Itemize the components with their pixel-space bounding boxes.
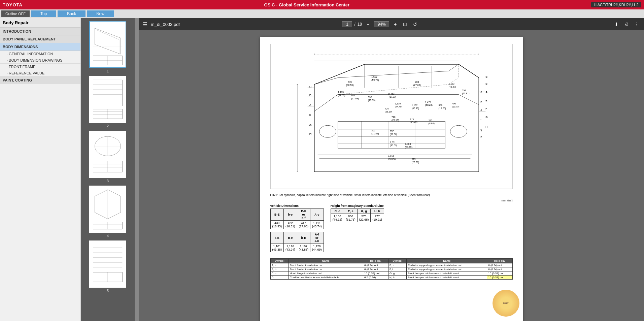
thumb-label-2: 2 xyxy=(107,124,109,128)
sidebar: Body Repair INTRODUCTION BODY PANEL REPL… xyxy=(0,18,81,321)
dim-225-in: (8.86) xyxy=(428,122,434,125)
thumb-image-4[interactable] xyxy=(89,186,126,233)
pdf-toolbar: ☰ m_di_0003.pdf 1 / 18 − + ⊡ ↺ ⬇ 🖨 ⋮ xyxy=(139,18,644,30)
thumb-label-4: 4 xyxy=(107,234,109,238)
col-symbol-2: Symbol xyxy=(388,258,407,263)
page-input[interactable]: 1 xyxy=(342,21,352,27)
point-A: A xyxy=(485,91,487,94)
sidebar-item-general-info[interactable]: · GENERAL INFORMATION xyxy=(0,51,80,57)
label-A: A xyxy=(309,103,311,107)
dim-1517: 1,517 xyxy=(371,76,377,78)
col-name-2: Name xyxy=(407,258,487,263)
thumbnail-1[interactable]: 1 xyxy=(89,21,126,73)
dim-1183-in: (46.57) xyxy=(448,86,456,88)
sidebar-section-body-panel[interactable]: BODY PANEL REPLACEMENT xyxy=(0,35,80,43)
dim-453-in: (17.83) xyxy=(389,96,396,98)
dim-396: 396 xyxy=(368,96,372,98)
dim-554: 554 xyxy=(462,89,466,92)
dim-396-in: (15.59) xyxy=(368,99,375,102)
new-button[interactable]: New xyxy=(87,10,114,17)
dim-1016: 1,016 xyxy=(388,155,394,157)
back-button[interactable]: Back xyxy=(58,10,86,17)
dim-386-in: (15.20) xyxy=(438,107,446,110)
gsic-title: GSIC - Global Service Information Center xyxy=(27,2,587,7)
fit-page-button[interactable]: ⊡ xyxy=(402,21,408,28)
thumb-image-2[interactable] xyxy=(89,76,126,123)
pdf-area: 1 2 xyxy=(81,18,644,321)
toyota-logo: TOYOTA xyxy=(3,2,23,7)
hint-text: HINT: For symbols, capital letters indic… xyxy=(270,193,513,197)
thumbnail-4[interactable]: 4 xyxy=(89,186,126,238)
point-C: C xyxy=(485,75,487,78)
thumbnail-panel: 1 2 xyxy=(81,18,135,321)
hamburger-icon[interactable]: ☰ xyxy=(143,21,147,28)
dim-1130-in: (44.49) xyxy=(395,105,402,108)
thumb-image-1[interactable] xyxy=(89,21,126,68)
sidebar-item-reference-value[interactable]: · REFERENCE VALUE xyxy=(0,70,80,76)
dim-453: D 453 xyxy=(388,93,395,95)
label-c-right: c xyxy=(480,90,482,94)
dim-1192-in: (46.93) xyxy=(411,107,419,110)
table-row: C, c Hood hinge installation nut 10 (0.3… xyxy=(270,271,512,275)
vehicle-dimensions-table-2: a-E B-e b-E A-fora-F 1,101(43.35) 1,116(… xyxy=(270,232,324,252)
thumb-image-5[interactable] xyxy=(89,240,126,288)
top-button[interactable]: Top xyxy=(31,10,56,17)
download-button[interactable]: ⬇ xyxy=(613,21,620,28)
unit-text: mm (in.) xyxy=(270,199,513,202)
thumbnail-5[interactable]: 5 xyxy=(89,240,126,293)
thumb-label-3: 3 xyxy=(107,179,109,183)
dim-1031-in: (40.59) xyxy=(390,144,397,147)
dim-225: 225 xyxy=(428,119,432,122)
thumbnail-3[interactable]: 3 xyxy=(89,131,126,183)
sidebar-section-paint-coating[interactable]: PAINT, COATING xyxy=(0,76,80,84)
point-E: E xyxy=(485,99,487,102)
dim-942: 942 xyxy=(351,94,355,97)
more-options-button[interactable]: ⋮ xyxy=(633,21,640,28)
vehicle-dimensions-table: B-E b-e B-Forb-f A-e 430(16.93) 422(16.6… xyxy=(270,208,324,229)
dim-1008: 1,008 xyxy=(405,143,411,145)
dim-1016-in: (40.00) xyxy=(388,158,396,160)
table-row: B, b Front fender installation nut 6 (0.… xyxy=(270,267,512,271)
thumb-label-5: 5 xyxy=(107,289,109,293)
thumbnail-2[interactable]: 2 xyxy=(89,76,126,128)
dim-957: 957 xyxy=(390,130,394,132)
outline-button[interactable]: Outline OFF xyxy=(1,10,30,17)
page-nav: 1 / 18 xyxy=(342,21,362,27)
svg-line-44 xyxy=(459,64,479,78)
dim-302-in: (11.89) xyxy=(371,132,379,135)
sidebar-item-body-dimension-drawings[interactable]: · BODY DIMENSION DRAWINGS xyxy=(0,57,80,64)
height-table: C, c E, e G, g H, h 1,136(44.72) 806(31.… xyxy=(331,208,384,222)
page-separator: / xyxy=(354,22,355,27)
dim-1473-in: (57.99) xyxy=(338,94,345,97)
dim-957-in: (37.68) xyxy=(390,133,397,136)
height-label: Height from Imaginary Standard Line xyxy=(331,204,384,207)
pdf-page: A B C F G H c b a f g h xyxy=(139,30,644,321)
dim-740: 740 xyxy=(392,116,396,118)
svg-point-55 xyxy=(319,125,336,137)
rotate-button[interactable]: ↺ xyxy=(412,21,418,28)
dim-1479: 1,479 xyxy=(425,101,431,103)
thumb-image-3[interactable] xyxy=(89,131,126,178)
print-button[interactable]: 🖨 xyxy=(622,21,630,28)
point-H: H xyxy=(485,126,487,129)
sidebar-title: Body Repair xyxy=(0,18,80,28)
page-container: A B C F G H c b a f g h xyxy=(260,37,523,321)
svg-point-56 xyxy=(450,125,467,137)
zoom-out-button[interactable]: − xyxy=(365,21,371,28)
watermark: DHT xyxy=(493,290,519,317)
label-F: F xyxy=(309,114,311,117)
sidebar-item-front-frame[interactable]: · FRONT FRAME xyxy=(0,64,80,70)
col-name-1: Name xyxy=(289,258,363,263)
zoom-level[interactable] xyxy=(374,21,389,27)
dim-1008-in: (39.69) xyxy=(405,146,412,149)
label-g-right: g xyxy=(480,128,482,131)
top-bar: TOYOTA GSIC - Global Service Information… xyxy=(0,0,644,9)
scroll-bar[interactable] xyxy=(135,18,139,321)
dim-513-in: (20.20) xyxy=(411,161,419,164)
col-hole-1: Hole dia. xyxy=(363,258,388,263)
sidebar-section-introduction[interactable]: INTRODUCTION xyxy=(0,28,80,35)
zoom-in-button[interactable]: + xyxy=(393,21,398,28)
dim-703-in: (27.68) xyxy=(413,84,420,87)
dim-724: 724 xyxy=(385,107,389,110)
sidebar-section-body-dimensions[interactable]: BODY DIMENSIONS xyxy=(0,43,80,51)
